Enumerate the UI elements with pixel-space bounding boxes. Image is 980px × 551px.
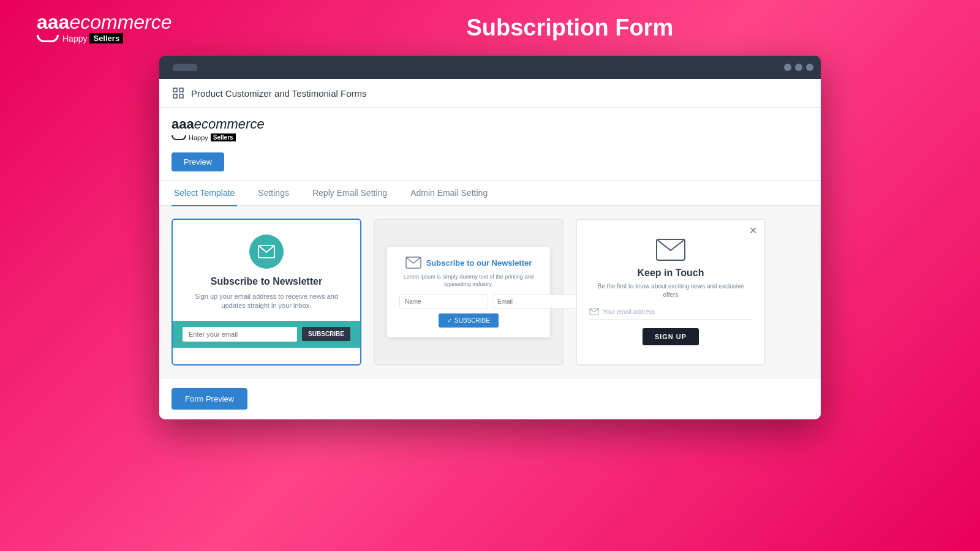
page-title: Subscription Form xyxy=(197,15,943,41)
template-1-title: Subscribe to Newsletter xyxy=(211,276,322,287)
browser-titlebar xyxy=(159,56,821,79)
browser-window: Product Customizer and Testimonial Forms… xyxy=(159,56,821,419)
app-logo: aaaecommerce xyxy=(172,116,265,132)
template-card-1[interactable]: Subscribe to Newsletter Sign up your ema… xyxy=(172,219,361,365)
app-logo-sub: Happy Sellers xyxy=(172,133,236,141)
tabs-bar: Select Template Settings Reply Email Set… xyxy=(159,181,821,206)
app-content: Product Customizer and Testimonial Forms… xyxy=(159,79,821,419)
template-2-subscribe-btn[interactable]: ✓ SUBSCRIBE xyxy=(439,313,499,328)
template-2-desc: Lorem ipsum is simply dummy text of the … xyxy=(399,274,538,288)
tab-settings[interactable]: Settings xyxy=(255,181,292,206)
template-1-footer: SUBSCRIBE xyxy=(173,321,360,348)
template-2-email-input[interactable] xyxy=(492,294,581,309)
template-card-2[interactable]: Subscribe to our Newsletter Lorem ipsum … xyxy=(374,219,564,365)
svg-rect-2 xyxy=(173,94,177,98)
template-3-desc: Be the first to know about exciting news… xyxy=(589,282,752,299)
tab-select-template[interactable]: Select Template xyxy=(172,181,237,206)
tab-admin-email[interactable]: Admin Email Setting xyxy=(408,181,490,206)
app-smile-icon xyxy=(172,135,186,140)
browser-dots xyxy=(784,64,813,71)
template-1-body: Subscribe to Newsletter Sign up your ema… xyxy=(173,220,360,321)
browser-tab[interactable] xyxy=(173,64,197,71)
app-title: Product Customizer and Testimonial Forms xyxy=(191,88,367,99)
dot-2 xyxy=(795,64,802,71)
svg-rect-3 xyxy=(179,94,183,98)
app-header: Product Customizer and Testimonial Forms xyxy=(159,79,821,108)
template-3-signup-btn[interactable]: SIGN UP xyxy=(643,328,699,345)
main-logo: aaaecommerce xyxy=(37,12,172,32)
app-happy-label: Happy xyxy=(189,134,208,141)
logo-smile-row: Happy Sellers xyxy=(37,33,123,43)
happy-sellers-label: Happy Sellers xyxy=(62,33,123,43)
dot-3 xyxy=(806,64,813,71)
template-3-title: Keep in Touch xyxy=(637,268,704,279)
form-preview-button[interactable]: Form Preview xyxy=(172,388,247,410)
preview-section: Preview xyxy=(159,148,821,181)
svg-rect-0 xyxy=(173,88,177,92)
template-2-header: Subscribe to our Newsletter xyxy=(399,257,538,269)
app-logo-section: aaaecommerce Happy Sellers xyxy=(159,108,821,148)
preview-button[interactable]: Preview xyxy=(172,152,224,171)
template-1-subscribe-btn[interactable]: SUBSCRIBE xyxy=(302,327,350,341)
template-card-3[interactable]: ✕ Keep in Touch Be the first to know abo… xyxy=(576,219,766,365)
app-grid-icon xyxy=(172,86,185,100)
template-2-inputs xyxy=(399,294,538,309)
logo-area: aaaecommerce Happy Sellers xyxy=(37,12,172,43)
svg-rect-1 xyxy=(179,88,183,92)
top-header: aaaecommerce Happy Sellers Subscription … xyxy=(0,0,980,56)
smile-arc-icon xyxy=(37,35,59,42)
template-1-desc: Sign up your email address to receive ne… xyxy=(185,292,348,311)
dot-1 xyxy=(784,64,791,71)
template-2-title: Subscribe to our Newsletter xyxy=(426,258,532,268)
template-3-email-row: Your email address xyxy=(589,308,752,320)
templates-area: Subscribe to Newsletter Sign up your ema… xyxy=(159,206,821,378)
template-3-email-placeholder: Your email address xyxy=(603,309,655,315)
bottom-section: Form Preview xyxy=(159,378,821,419)
app-sellers-badge: Sellers xyxy=(211,133,236,141)
template-2-name-input[interactable] xyxy=(399,294,488,309)
template-3-mail-small-icon xyxy=(589,308,599,315)
template-3-close-icon[interactable]: ✕ xyxy=(749,225,757,236)
template-1-icon-circle xyxy=(249,234,284,269)
template-1-email-input[interactable] xyxy=(183,327,297,342)
sellers-badge: Sellers xyxy=(89,33,123,43)
template-2-inner: Subscribe to our Newsletter Lorem ipsum … xyxy=(387,247,550,337)
tab-reply-email[interactable]: Reply Email Setting xyxy=(310,181,390,206)
